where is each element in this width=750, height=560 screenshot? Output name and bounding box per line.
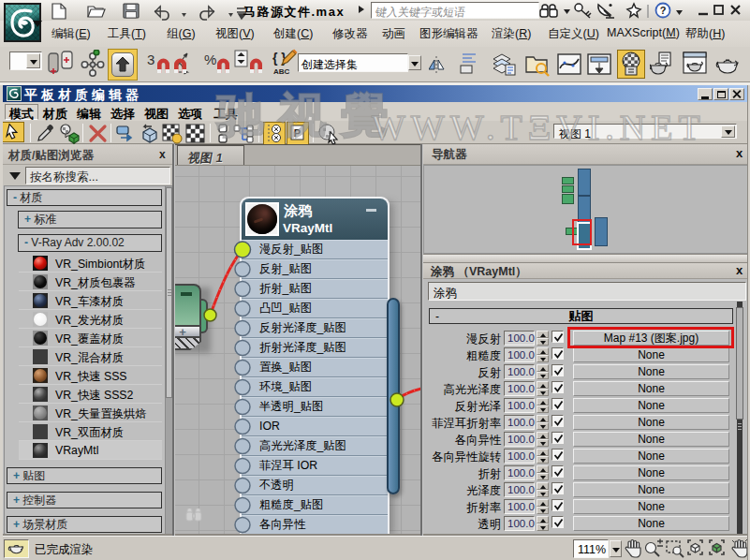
svg-text:P: P xyxy=(294,127,301,139)
svg-text:%: % xyxy=(204,52,216,67)
svg-text:?: ? xyxy=(660,5,667,16)
svg-text:3: 3 xyxy=(147,52,154,67)
